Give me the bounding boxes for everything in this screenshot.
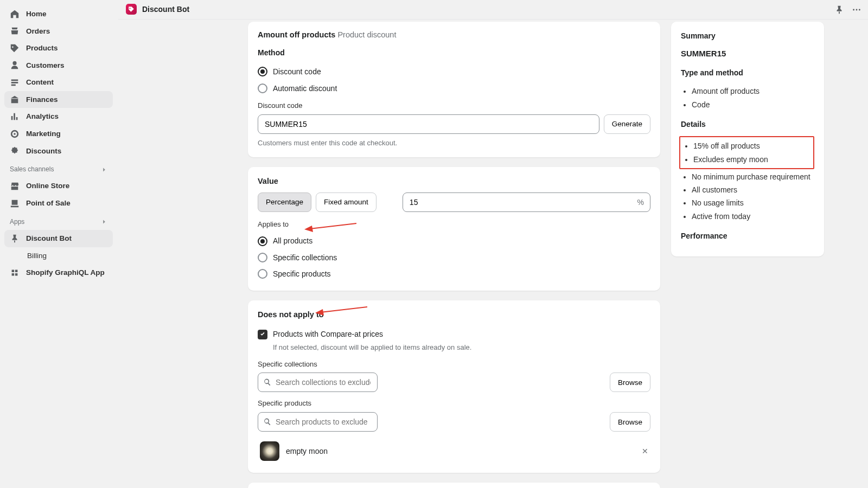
nav-products[interactable]: Products (4, 40, 113, 57)
nav-home[interactable]: Home (4, 5, 113, 23)
compare-at-checkbox[interactable]: Products with Compare-at prices (258, 326, 650, 342)
pos-icon (10, 198, 20, 208)
applies-radio-products[interactable]: Specific products (258, 266, 650, 282)
topbar: Discount Bot (118, 0, 868, 20)
generate-button[interactable]: Generate (604, 114, 650, 134)
exclusions-card: Does not apply to Products with Compare-… (248, 300, 660, 473)
sidebar: Home Orders Products Customers Content F… (0, 0, 118, 488)
exclude-products-input[interactable] (258, 412, 378, 432)
method-radio-auto[interactable]: Automatic discount (258, 80, 650, 97)
applies-radio-all[interactable]: All products (258, 233, 650, 249)
nav-orders[interactable]: Orders (4, 23, 113, 40)
tag-icon (10, 43, 20, 53)
search-icon (263, 378, 272, 387)
discount-code-input[interactable] (258, 114, 599, 134)
nav-content[interactable]: Content (4, 74, 113, 91)
sales-channels-header: Sales channels (4, 159, 113, 177)
value-suffix: % (637, 196, 644, 207)
store-icon (10, 181, 20, 191)
min-purchase-card: Minimum purchase requirements (248, 483, 660, 488)
compare-at-help: If not selected, discount will be applie… (258, 343, 650, 353)
finances-icon (10, 95, 20, 105)
summary-code: SUMMER15 (681, 48, 814, 60)
exclude-collections-label: Specific collections (258, 359, 650, 370)
apps-header: Apps (4, 212, 113, 230)
pin-icon[interactable] (834, 5, 844, 15)
chevron-right-icon[interactable] (101, 219, 107, 225)
svg-point-2 (859, 9, 860, 10)
browse-products-button[interactable]: Browse (610, 412, 650, 432)
analytics-icon (10, 112, 20, 121)
nav-marketing[interactable]: Marketing (4, 125, 113, 143)
nav-app-graphiql[interactable]: Shopify GraphiQL App (4, 264, 113, 281)
value-heading: Value (258, 176, 650, 187)
target-icon (10, 129, 20, 139)
excluded-product-name: empty moon (286, 446, 328, 457)
svg-point-0 (853, 9, 854, 10)
summary-card: Summary SUMMER15 Type and method Amount … (671, 22, 824, 256)
nav-online-store[interactable]: Online Store (4, 177, 113, 195)
app-badge-icon (126, 4, 137, 15)
discount-code-help: Customers must enter this code at checko… (258, 138, 650, 149)
nav-pos[interactable]: Point of Sale (4, 195, 113, 212)
summary-type-list: Amount off products Code (681, 85, 814, 111)
discount-code-label: Discount code (258, 101, 650, 111)
svg-point-1 (856, 9, 858, 10)
summary-type-label: Type and method (681, 67, 814, 78)
nav-finances[interactable]: Finances (4, 91, 113, 108)
app-icon (10, 268, 20, 278)
nav-customers[interactable]: Customers (4, 57, 113, 74)
remove-excluded-product[interactable]: ✕ (642, 446, 648, 457)
exclude-collections-input[interactable] (258, 373, 378, 392)
nav-app-discount-bot[interactable]: Discount Bot (4, 230, 113, 247)
browse-collections-button[interactable]: Browse (610, 373, 650, 392)
product-thumbnail (260, 441, 279, 461)
summary-details-highlight: 15% off all products Excludes empty moon (679, 136, 814, 169)
content-icon (10, 78, 20, 87)
value-seg-fixed[interactable]: Fixed amount (316, 192, 376, 212)
nav-discounts[interactable]: Discounts (4, 143, 113, 160)
method-radio-code[interactable]: Discount code (258, 63, 650, 80)
method-label: Method (258, 47, 650, 58)
more-icon[interactable] (852, 5, 861, 15)
summary-performance-label: Performance (681, 230, 814, 241)
value-card: Value Percentage Fixed amount % Applies … (248, 167, 660, 291)
search-icon (263, 418, 272, 426)
exclusions-heading: Does not apply to (258, 309, 324, 320)
exclude-products-label: Specific products (258, 399, 650, 409)
discount-heading: Amount off products Product discount (258, 29, 650, 41)
svg-line-5 (321, 307, 367, 312)
value-input[interactable] (403, 192, 650, 212)
summary-details-list: 15% off all products Excludes empty moon… (681, 136, 814, 223)
orders-icon (10, 26, 20, 36)
person-icon (10, 60, 20, 70)
applies-to-label: Applies to (258, 220, 650, 230)
summary-details-label: Details (681, 119, 814, 130)
discount-header-card: Amount off products Product discount Met… (248, 22, 660, 157)
value-seg-percentage[interactable]: Percentage (258, 192, 311, 212)
chevron-right-icon[interactable] (101, 166, 107, 173)
excluded-product-chip: empty moon ✕ (258, 438, 650, 464)
summary-title: Summary (681, 30, 814, 41)
pin-icon (10, 234, 20, 243)
home-icon (10, 9, 20, 19)
main-area: Discount Bot Amount off products Product… (118, 0, 868, 488)
applies-radio-collections[interactable]: Specific collections (258, 249, 650, 266)
page-title: Discount Bot (142, 4, 189, 15)
nav-app-discount-bot-billing[interactable]: Billing (4, 247, 113, 265)
nav-analytics[interactable]: Analytics (4, 108, 113, 125)
discounts-icon (10, 146, 20, 156)
